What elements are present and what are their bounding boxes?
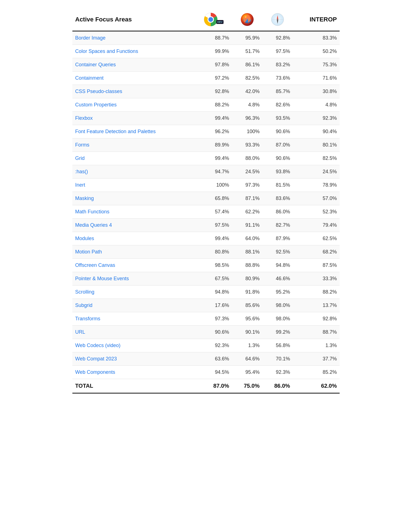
- row-interop: 85.2%: [293, 366, 340, 379]
- row-firefox: 97.3%: [232, 179, 262, 192]
- row-interop: 33.3%: [293, 272, 340, 285]
- total-firefox: 75.0%: [232, 379, 262, 393]
- row-chrome: 99.4%: [195, 232, 232, 245]
- row-firefox: 24.5%: [232, 165, 262, 179]
- row-name[interactable]: Inert: [72, 179, 195, 192]
- row-interop: 1.3%: [293, 339, 340, 352]
- row-firefox: 95.9%: [232, 31, 262, 45]
- row-name[interactable]: :has(): [72, 165, 195, 179]
- row-chrome: 90.6%: [195, 326, 232, 339]
- row-safari: 92.8%: [262, 31, 293, 45]
- safari-svg: [271, 13, 284, 26]
- row-safari: 92.3%: [262, 366, 293, 379]
- row-name[interactable]: Web Compat 2023: [72, 352, 195, 366]
- row-safari: 92.5%: [262, 245, 293, 259]
- row-name[interactable]: Subgrid: [72, 299, 195, 312]
- row-safari: 83.2%: [262, 58, 293, 72]
- table-row: Custom Properties88.2%4.8%82.6%4.8%: [72, 98, 340, 112]
- row-name[interactable]: Pointer & Mouse Events: [72, 272, 195, 285]
- row-safari: 95.2%: [262, 285, 293, 299]
- header-safari: [262, 8, 293, 31]
- row-interop: 13.7%: [293, 299, 340, 312]
- row-interop: 30.8%: [293, 85, 340, 98]
- row-interop: 90.4%: [293, 125, 340, 138]
- table-row: Masking65.8%87.1%83.6%57.0%: [72, 192, 340, 205]
- row-name[interactable]: Forms: [72, 138, 195, 152]
- row-name[interactable]: Web Components: [72, 366, 195, 379]
- table-row: Motion Path80.8%88.1%92.5%68.2%: [72, 245, 340, 259]
- row-chrome: 97.5%: [195, 219, 232, 232]
- row-interop: 88.7%: [293, 326, 340, 339]
- row-firefox: 62.2%: [232, 205, 262, 219]
- firefox-svg: [241, 13, 254, 26]
- total-interop: 62.0%: [293, 379, 340, 393]
- row-name[interactable]: Web Codecs (video): [72, 339, 195, 352]
- row-name[interactable]: Container Queries: [72, 58, 195, 72]
- row-firefox: 87.1%: [232, 192, 262, 205]
- row-safari: 46.6%: [262, 272, 293, 285]
- row-name[interactable]: Custom Properties: [72, 98, 195, 112]
- row-name[interactable]: URL: [72, 326, 195, 339]
- table-row: Grid99.4%88.0%90.6%82.5%: [72, 152, 340, 165]
- table-row: Scrolling94.8%91.8%95.2%88.2%: [72, 285, 340, 299]
- header-interop: INTEROP: [293, 8, 340, 31]
- row-name[interactable]: CSS Pseudo-classes: [72, 85, 195, 98]
- row-name[interactable]: Color Spaces and Functions: [72, 45, 195, 58]
- row-name[interactable]: Offscreen Canvas: [72, 259, 195, 272]
- row-interop: 87.5%: [293, 259, 340, 272]
- row-firefox: 64.0%: [232, 232, 262, 245]
- svg-point-12: [277, 19, 278, 20]
- row-chrome: 99.4%: [195, 112, 232, 125]
- row-name[interactable]: Flexbox: [72, 112, 195, 125]
- row-firefox: 91.1%: [232, 219, 262, 232]
- total-safari: 86.0%: [262, 379, 293, 393]
- dev-badge: DEV: [216, 20, 224, 24]
- row-name[interactable]: Media Queries 4: [72, 219, 195, 232]
- table-row: CSS Pseudo-classes92.8%42.0%85.7%30.8%: [72, 85, 340, 98]
- row-interop: 50.2%: [293, 45, 340, 58]
- row-name[interactable]: Font Feature Detection and Palettes: [72, 125, 195, 138]
- row-firefox: 93.3%: [232, 138, 262, 152]
- total-label: TOTAL: [72, 379, 195, 393]
- row-name[interactable]: Scrolling: [72, 285, 195, 299]
- row-name[interactable]: Motion Path: [72, 245, 195, 259]
- row-firefox: 85.6%: [232, 299, 262, 312]
- row-name[interactable]: Border Image: [72, 31, 195, 45]
- row-name[interactable]: Masking: [72, 192, 195, 205]
- focus-areas-table: Active Focus Areas: [72, 8, 340, 394]
- table-row: Inert100%97.3%81.5%78.9%: [72, 179, 340, 192]
- table-row: Pointer & Mouse Events67.5%80.9%46.6%33.…: [72, 272, 340, 285]
- row-interop: 62.5%: [293, 232, 340, 245]
- row-chrome: 89.9%: [195, 138, 232, 152]
- table-row: URL90.6%90.1%99.2%88.7%: [72, 326, 340, 339]
- row-name[interactable]: Math Functions: [72, 205, 195, 219]
- row-name[interactable]: Grid: [72, 152, 195, 165]
- row-name[interactable]: Modules: [72, 232, 195, 245]
- row-chrome: 99.9%: [195, 45, 232, 58]
- row-name[interactable]: Transforms: [72, 312, 195, 326]
- row-chrome: 97.8%: [195, 58, 232, 72]
- row-safari: 93.8%: [262, 165, 293, 179]
- table-row: Color Spaces and Functions99.9%51.7%97.5…: [72, 45, 340, 58]
- table-row: Math Functions57.4%62.2%86.0%52.3%: [72, 205, 340, 219]
- row-interop: 79.4%: [293, 219, 340, 232]
- row-chrome: 80.8%: [195, 245, 232, 259]
- row-safari: 73.6%: [262, 72, 293, 85]
- row-interop: 83.3%: [293, 31, 340, 45]
- row-chrome: 88.2%: [195, 98, 232, 112]
- row-firefox: 96.3%: [232, 112, 262, 125]
- row-interop: 57.0%: [293, 192, 340, 205]
- row-interop: 4.8%: [293, 98, 340, 112]
- firefox-icon-wrapper: [235, 13, 259, 26]
- row-firefox: 95.4%: [232, 366, 262, 379]
- table-row: Web Codecs (video)92.3%1.3%56.8%1.3%: [72, 339, 340, 352]
- row-safari: 86.0%: [262, 205, 293, 219]
- row-interop: 82.5%: [293, 152, 340, 165]
- row-interop: 37.7%: [293, 352, 340, 366]
- row-chrome: 100%: [195, 179, 232, 192]
- row-chrome: 94.7%: [195, 165, 232, 179]
- table-row: Web Components94.5%95.4%92.3%85.2%: [72, 366, 340, 379]
- row-interop: 68.2%: [293, 245, 340, 259]
- table-row: Web Compat 202363.6%64.6%70.1%37.7%: [72, 352, 340, 366]
- row-name[interactable]: Containment: [72, 72, 195, 85]
